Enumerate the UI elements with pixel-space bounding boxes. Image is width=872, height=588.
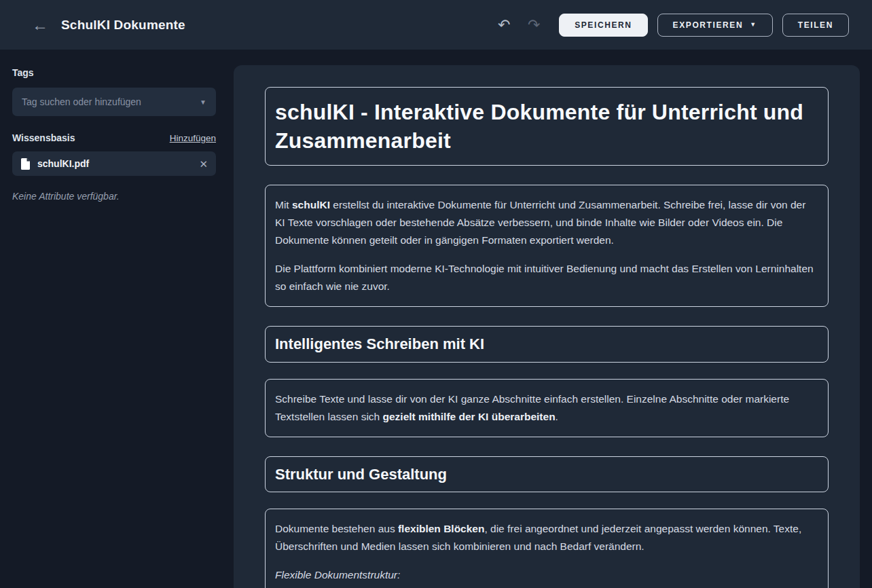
doc-block-text[interactable]: Mit schulKI erstellst du interaktive Dok… (265, 185, 829, 307)
sidebar: Tags Tag suchen oder hinzufügen ▼ Wissen… (0, 50, 234, 588)
knowledge-base-label: Wissensbasis (12, 132, 75, 143)
doc-block-text[interactable]: Dokumente bestehen aus flexiblen Blöcken… (265, 509, 829, 588)
close-icon[interactable]: ✕ (199, 159, 208, 169)
text-run: Die Plattform kombiniert moderne KI-Tech… (275, 263, 814, 292)
doc-block-heading[interactable]: Struktur und Gestaltung (265, 456, 829, 492)
doc-block-title[interactable]: schulKI - Interaktive Dokumente für Unte… (265, 87, 829, 166)
text-run-bold: gezielt mithilfe der KI überarbeiten (383, 411, 556, 422)
document-editor-panel: schulKI - Interaktive Dokumente für Unte… (234, 65, 860, 588)
text-run: erstellst du interaktive Dokumente für U… (275, 199, 805, 246)
knowledge-file-item[interactable]: schulKI.pdf ✕ (12, 151, 216, 176)
select-caret-icon: ▼ (200, 98, 206, 106)
document-blocks: schulKI - Interaktive Dokumente für Unte… (265, 87, 829, 588)
share-button[interactable]: TEILEN (782, 14, 849, 37)
file-name: schulKI.pdf (37, 158, 199, 169)
text-run: Mit (275, 199, 292, 210)
doc-paragraph: Die Plattform kombiniert moderne KI-Tech… (275, 260, 818, 295)
doc-block-text[interactable]: Schreibe Texte und lasse dir von der KI … (265, 379, 829, 437)
redo-icon[interactable]: ↷ (522, 14, 545, 37)
doc-paragraph: Schreibe Texte und lasse dir von der KI … (275, 390, 818, 426)
text-run-italic: Flexible Dokumentstruktur: (275, 569, 400, 581)
page-title: SchulKI Dokumente (61, 18, 185, 33)
document-icon (20, 158, 31, 170)
doc-paragraph: Flexible Dokumentstruktur: (275, 566, 818, 584)
knowledge-base-row: Wissensbasis Hinzufügen (12, 132, 216, 143)
save-button[interactable]: SPEICHERN (559, 14, 647, 37)
text-run: . (556, 411, 558, 422)
add-knowledge-link[interactable]: Hinzufügen (170, 133, 216, 143)
doc-paragraph: Mit schulKI erstellst du interaktive Dok… (275, 196, 818, 249)
header-bar: ← SchulKI Dokumente ↶ ↷ SPEICHERN EXPORT… (0, 0, 872, 50)
tag-search-placeholder: Tag suchen oder hinzufügen (22, 96, 200, 107)
chevron-down-icon: ▼ (750, 21, 757, 28)
doc-paragraph: Dokumente bestehen aus flexiblen Blöcken… (275, 520, 818, 555)
tag-search-select[interactable]: Tag suchen oder hinzufügen ▼ (12, 88, 216, 116)
back-arrow-icon[interactable]: ← (30, 15, 50, 35)
doc-block-heading[interactable]: Intelligentes Schreiben mit KI (265, 326, 829, 362)
text-run: Dokumente bestehen aus (275, 523, 398, 534)
text-run-bold: flexiblen Blöcken (398, 523, 484, 534)
tags-label: Tags (12, 67, 221, 78)
export-button[interactable]: EXPORTIEREN ▼ (657, 14, 773, 37)
no-attributes-note: Keine Attribute verfügbar. (12, 191, 221, 202)
export-button-label: EXPORTIEREN (673, 20, 744, 30)
text-run-bold: schulKI (292, 199, 330, 210)
undo-icon[interactable]: ↶ (492, 14, 515, 37)
